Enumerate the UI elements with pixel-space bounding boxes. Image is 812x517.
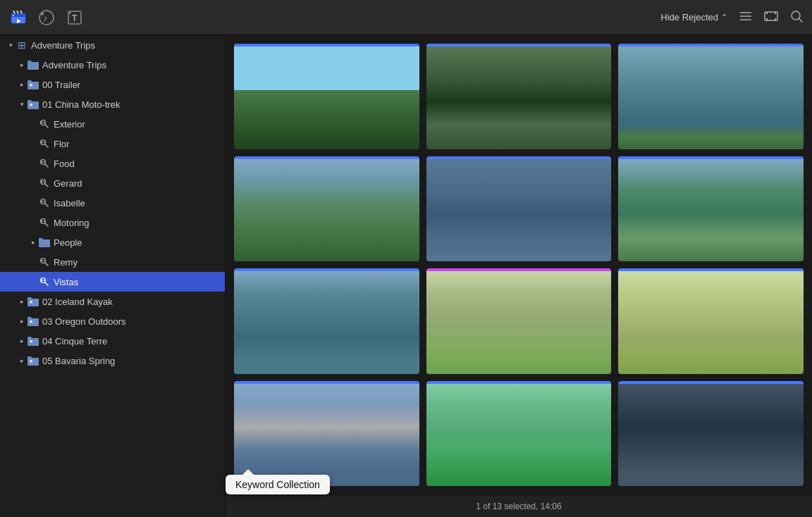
sidebar-item-00-trailer[interactable]: ★ 00 Trailer xyxy=(0,75,225,94)
thumb-bar-2 xyxy=(426,44,612,46)
sidebar-item-label: 04 Cinque Terre xyxy=(42,336,219,347)
video-cell-9[interactable]: 150802_010 xyxy=(618,268,804,374)
expand-arrow-people[interactable] xyxy=(28,237,38,247)
content-area: 150731_003 150802_015 IMG_1775 IMG_1078 xyxy=(226,35,812,517)
video-cell-2[interactable]: 150802_015 xyxy=(426,44,612,149)
thumb-bar-12 xyxy=(618,381,804,384)
expand-arrow-00-trailer[interactable] xyxy=(17,80,27,89)
folder-icon-people xyxy=(38,236,51,249)
sidebar-item-adventure-trips[interactable]: Adventure Trips xyxy=(0,35,225,55)
video-thumb-11 xyxy=(426,381,612,487)
title-icon[interactable]: T ★ xyxy=(65,8,85,27)
thumb-bar-9 xyxy=(618,268,804,271)
video-grid: 150731_003 150802_015 IMG_1775 IMG_1078 xyxy=(226,35,812,494)
sidebar-item-isabelle[interactable]: Isabelle xyxy=(0,193,225,213)
thumb-bar-4 xyxy=(234,156,419,159)
svg-line-30 xyxy=(45,144,49,148)
sidebar-item-01-china[interactable]: ★ 01 China Moto-trek xyxy=(0,94,225,114)
thumb-bar-1 xyxy=(234,44,419,46)
sidebar-item-label: Remy xyxy=(54,257,219,268)
sidebar-item-smart-collections[interactable]: Adventure Trips xyxy=(0,55,225,75)
svg-line-42 xyxy=(45,204,49,207)
svg-line-38 xyxy=(45,184,49,187)
expand-arrow-adventure-trips[interactable] xyxy=(6,40,16,50)
expand-arrow-04-cinque[interactable] xyxy=(17,336,27,346)
video-cell-12[interactable] xyxy=(618,381,804,487)
video-cell-1[interactable]: 150731_003 xyxy=(234,44,419,149)
svg-line-50 xyxy=(45,263,49,266)
folder-star-icon-cinque: ★ xyxy=(27,335,39,347)
sidebar-item-02-iceland[interactable]: ★ 02 Iceland Kayak xyxy=(0,292,225,311)
thumb-bar-6 xyxy=(618,156,804,159)
expand-arrow-01-china[interactable] xyxy=(17,99,27,109)
search-icon[interactable] xyxy=(789,9,804,26)
svg-rect-18 xyxy=(766,18,768,20)
keyword-icon-gerard xyxy=(38,177,51,189)
svg-text:★: ★ xyxy=(29,319,33,324)
sidebar-item-vistas[interactable]: Vistas xyxy=(0,272,225,292)
hide-rejected-button[interactable]: Hide Rejected ⌃ xyxy=(660,12,727,23)
toolbar-right: Hide Rejected ⌃ xyxy=(660,9,804,26)
video-cell-3[interactable]: IMG_1775 xyxy=(618,44,804,149)
expand-arrow-05-bavaria[interactable] xyxy=(17,356,27,366)
sidebar-item-label: Gerard xyxy=(54,178,219,189)
svg-text:★: ★ xyxy=(29,299,33,304)
svg-line-22 xyxy=(799,18,802,22)
filmstrip-icon[interactable] xyxy=(764,9,778,26)
sidebar-item-flor[interactable]: Flor xyxy=(0,134,225,154)
toolbar: ★ ♪ ★ T ★ Hide Rejected ⌃ xyxy=(0,0,812,35)
video-cell-4[interactable]: IMG_1078 xyxy=(234,156,419,262)
keyword-icon-motoring xyxy=(38,216,51,229)
clapper-icon[interactable]: ★ xyxy=(8,8,28,27)
folder-icon-smart xyxy=(27,58,39,71)
thumb-bar-3 xyxy=(618,44,804,46)
expand-arrow-02-iceland[interactable] xyxy=(17,297,27,306)
svg-text:T: T xyxy=(72,13,78,23)
folder-star-icon-bavaria: ★ xyxy=(27,354,39,367)
svg-line-3 xyxy=(17,11,18,13)
expand-arrow-smart-collections[interactable] xyxy=(17,60,27,70)
sidebar-item-label: Motoring xyxy=(54,218,219,228)
sidebar-item-people[interactable]: People xyxy=(0,232,225,252)
video-thumb-8 xyxy=(426,268,612,374)
sidebar-item-label: Flor xyxy=(54,139,219,149)
sidebar-item-label: Vistas xyxy=(54,277,219,287)
thumb-bar-5 xyxy=(426,156,612,159)
expand-arrow-03-oregon[interactable] xyxy=(17,316,27,326)
main-layout: Adventure Trips Adventure Trips ★ 00 Tra… xyxy=(0,35,812,517)
sidebar-item-gerard[interactable]: Gerard xyxy=(0,173,225,193)
video-cell-5[interactable]: IMG_0873 xyxy=(426,156,612,262)
video-cell-7[interactable]: IMG_0322 xyxy=(234,268,419,374)
sidebar-item-label: Adventure Trips xyxy=(31,40,219,51)
sidebar-item-food[interactable]: Food xyxy=(0,154,225,173)
music-note-icon[interactable]: ♪ ★ xyxy=(37,8,56,27)
tooltip-container: Keyword Collection xyxy=(226,475,330,494)
list-view-icon[interactable] xyxy=(739,9,753,26)
video-thumb-4 xyxy=(234,156,419,262)
sidebar-item-04-cinque[interactable]: ★ 04 Cinque Terre xyxy=(0,331,225,351)
video-cell-6[interactable]: IMG_0367 xyxy=(618,156,804,262)
video-cell-10[interactable] xyxy=(234,381,419,487)
sidebar-item-label: Food xyxy=(54,158,219,169)
keyword-icon-isabelle xyxy=(38,197,51,209)
svg-line-34 xyxy=(45,164,49,168)
sidebar-item-exterior[interactable]: Exterior xyxy=(0,114,225,134)
sidebar-item-05-bavaria[interactable]: ★ 05 Bavaria Spring xyxy=(0,351,225,370)
thumb-bar-8 xyxy=(426,268,612,271)
sidebar-item-label: 01 China Moto-trek xyxy=(42,99,219,110)
svg-text:★: ★ xyxy=(40,11,44,16)
svg-text:★: ★ xyxy=(29,339,33,344)
sidebar-item-remy[interactable]: Remy xyxy=(0,252,225,272)
keyword-icon-remy xyxy=(38,256,51,268)
video-thumb-5 xyxy=(426,156,612,262)
sidebar-item-03-oregon[interactable]: ★ 03 Oregon Outdoors xyxy=(0,311,225,331)
video-cell-8[interactable]: 150802_011 xyxy=(426,268,612,374)
svg-line-26 xyxy=(45,125,49,128)
keyword-icon-vistas xyxy=(38,275,51,288)
video-thumb-9 xyxy=(618,268,804,374)
video-thumb-10 xyxy=(234,381,419,487)
video-cell-11[interactable] xyxy=(426,381,612,487)
sidebar-item-label: 00 Trailer xyxy=(42,80,219,90)
sidebar-item-motoring[interactable]: Motoring xyxy=(0,213,225,232)
video-thumb-12 xyxy=(618,381,804,487)
